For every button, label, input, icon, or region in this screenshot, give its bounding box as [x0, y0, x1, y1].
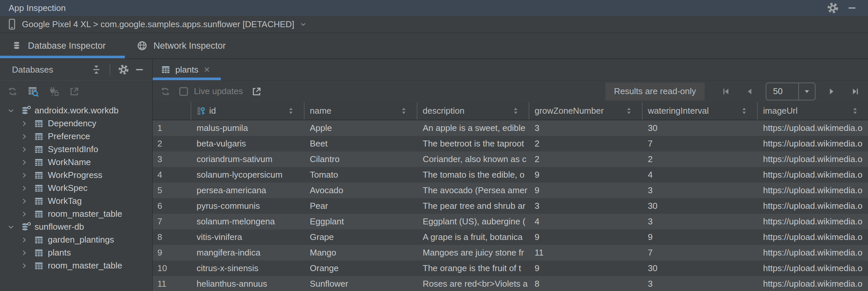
- cell-id[interactable]: vitis-vinifera: [191, 229, 304, 245]
- column-header-imageUrl[interactable]: imageUrl: [757, 102, 868, 120]
- tree-item-SystemIdInfo[interactable]: SystemIdInfo: [0, 143, 152, 156]
- cell-description[interactable]: The beetroot is the taproot: [417, 136, 529, 151]
- panel-options-button[interactable]: [116, 62, 131, 77]
- cell-name[interactable]: Eggplant: [304, 214, 417, 229]
- cell-wateringInterval[interactable]: 3: [642, 214, 757, 229]
- tab-network-inspector[interactable]: Network Inspector: [125, 33, 245, 58]
- chevron-right-icon[interactable]: [19, 131, 30, 142]
- tree-item-sunflower-db[interactable]: sunflower-db: [0, 220, 152, 233]
- cell-id[interactable]: beta-vulgaris: [191, 136, 304, 151]
- cell-wateringInterval[interactable]: 9: [642, 229, 757, 245]
- cell-description[interactable]: Roses are red<br>Violets a: [417, 276, 529, 291]
- settings-button[interactable]: [826, 1, 840, 14]
- chevron-right-icon[interactable]: [19, 260, 30, 271]
- row-number-cell[interactable]: 4: [153, 167, 191, 183]
- chevron-right-icon[interactable]: [19, 247, 30, 258]
- row-number-cell[interactable]: 5: [153, 183, 191, 198]
- cell-name[interactable]: Orange: [304, 260, 417, 276]
- cell-imageUrl[interactable]: https://upload.wikimedia.o: [757, 120, 868, 136]
- last-page-button[interactable]: [847, 84, 863, 99]
- combo-arrow[interactable]: [798, 83, 815, 100]
- refresh-databases-button[interactable]: [5, 84, 21, 99]
- column-header-id[interactable]: id: [191, 102, 304, 120]
- cell-name[interactable]: Pear: [304, 198, 417, 214]
- row-number-cell[interactable]: 10: [153, 260, 191, 276]
- cell-description[interactable]: The avocado (Persea amer: [417, 183, 529, 198]
- export-table-button[interactable]: [249, 84, 265, 99]
- cell-imageUrl[interactable]: https://upload.wikimedia.o: [757, 229, 868, 245]
- tab-plants[interactable]: plants: [153, 59, 221, 80]
- cell-name[interactable]: Cilantro: [304, 151, 417, 167]
- cell-id[interactable]: coriandrum-sativum: [191, 151, 304, 167]
- cell-imageUrl[interactable]: https://upload.wikimedia.o: [757, 276, 868, 291]
- cell-growZoneNumber[interactable]: 9: [529, 167, 642, 183]
- tree-item-WorkTag[interactable]: WorkTag: [0, 194, 152, 208]
- hide-panel-button[interactable]: [845, 1, 859, 14]
- column-header-name[interactable]: name: [304, 102, 417, 120]
- cell-description[interactable]: Coriander, also known as c: [417, 151, 529, 167]
- chevron-down-icon[interactable]: [5, 221, 17, 233]
- cell-imageUrl[interactable]: https://upload.wikimedia.o: [757, 183, 868, 198]
- cell-name[interactable]: Apple: [304, 120, 417, 136]
- chevron-down-icon[interactable]: [5, 105, 17, 116]
- chevron-right-icon[interactable]: [19, 170, 30, 181]
- cell-name[interactable]: Tomato: [304, 167, 417, 183]
- cell-name[interactable]: Sunflower: [304, 276, 417, 291]
- tree-item-Preference[interactable]: Preference: [0, 130, 152, 143]
- keep-connections-open-button[interactable]: [46, 84, 62, 99]
- row-number-cell[interactable]: 2: [153, 136, 191, 151]
- tree-item-WorkProgress[interactable]: WorkProgress: [0, 169, 152, 182]
- cell-imageUrl[interactable]: https://upload.wikimedia.o: [757, 151, 868, 167]
- refresh-table-button[interactable]: [157, 84, 173, 99]
- column-header-description[interactable]: description: [417, 102, 529, 120]
- row-number-cell[interactable]: 8: [153, 229, 191, 245]
- chevron-right-icon[interactable]: [19, 234, 30, 246]
- cell-wateringInterval[interactable]: 7: [642, 245, 757, 260]
- cell-wateringInterval[interactable]: 3: [642, 276, 757, 291]
- process-selector-bar[interactable]: Google Pixel 4 XL > com.google.samples.a…: [0, 16, 868, 33]
- chevron-right-icon[interactable]: [19, 144, 30, 155]
- cell-description[interactable]: The orange is the fruit of t: [417, 260, 529, 276]
- cell-wateringInterval[interactable]: 2: [642, 151, 757, 167]
- cell-growZoneNumber[interactable]: 9: [529, 229, 642, 245]
- cell-imageUrl[interactable]: https://upload.wikimedia.o: [757, 167, 868, 183]
- previous-page-button[interactable]: [742, 84, 758, 99]
- tab-database-inspector[interactable]: Database Inspector: [0, 33, 125, 58]
- cell-wateringInterval[interactable]: 30: [642, 198, 757, 214]
- cell-growZoneNumber[interactable]: 9: [529, 260, 642, 276]
- first-page-button[interactable]: [718, 84, 734, 99]
- row-number-cell[interactable]: 7: [153, 214, 191, 229]
- close-icon[interactable]: [203, 66, 211, 74]
- tree-item-Dependency[interactable]: Dependency: [0, 117, 152, 130]
- tree-item-plants[interactable]: plants: [0, 246, 152, 259]
- cell-description[interactable]: The pear tree and shrub ar: [417, 198, 529, 214]
- cell-id[interactable]: pyrus-communis: [191, 198, 304, 214]
- cell-growZoneNumber[interactable]: 3: [529, 198, 642, 214]
- tree-item-androidx.work.workdb[interactable]: androidx.work.workdb: [0, 104, 152, 117]
- cell-name[interactable]: Beet: [304, 136, 417, 151]
- cell-wateringInterval[interactable]: 4: [642, 167, 757, 183]
- chevron-right-icon[interactable]: [19, 209, 30, 220]
- column-header-wateringInterval[interactable]: wateringInterval: [642, 102, 757, 120]
- cell-id[interactable]: persea-americana: [191, 183, 304, 198]
- cell-id[interactable]: citrus-x-sinensis: [191, 260, 304, 276]
- tree-item-garden_plantings[interactable]: garden_plantings: [0, 233, 152, 246]
- cell-description[interactable]: The tomato is the edible, o: [417, 167, 529, 183]
- cell-growZoneNumber[interactable]: 2: [529, 136, 642, 151]
- cell-growZoneNumber[interactable]: 11: [529, 245, 642, 260]
- cell-imageUrl[interactable]: https://upload.wikimedia.o: [757, 136, 868, 151]
- cell-growZoneNumber[interactable]: 4: [529, 214, 642, 229]
- chevron-right-icon[interactable]: [19, 157, 30, 168]
- chevron-right-icon[interactable]: [19, 195, 30, 207]
- open-new-query-button[interactable]: [25, 84, 41, 99]
- cell-wateringInterval[interactable]: 30: [642, 260, 757, 276]
- export-button[interactable]: [66, 84, 82, 99]
- cell-wateringInterval[interactable]: 7: [642, 136, 757, 151]
- tree-item-WorkSpec[interactable]: WorkSpec: [0, 182, 152, 194]
- cell-description[interactable]: Eggplant (US), aubergine (: [417, 214, 529, 229]
- hide-button[interactable]: [131, 62, 148, 77]
- cell-id[interactable]: helianthus-annuus: [191, 276, 304, 291]
- next-page-button[interactable]: [824, 84, 839, 99]
- column-header-growZoneNumber[interactable]: growZoneNumber: [529, 102, 642, 120]
- tree-item-room_master_table[interactable]: room_master_table: [0, 259, 152, 272]
